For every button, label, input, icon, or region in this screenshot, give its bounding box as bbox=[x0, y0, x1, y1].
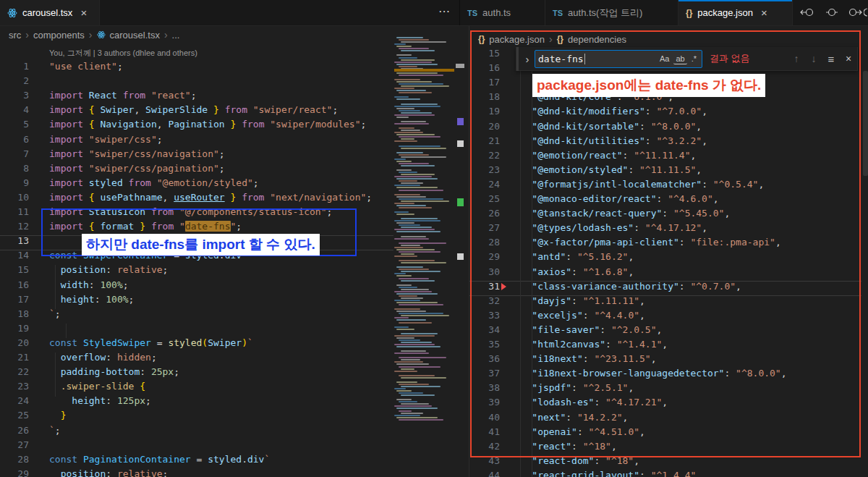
find-widget-sash[interactable] bbox=[516, 47, 519, 71]
minimap-line bbox=[399, 190, 443, 191]
overview-ruler bbox=[454, 26, 467, 477]
minimap-line bbox=[394, 361, 423, 363]
find-input[interactable]: date-fns Aa ab .* bbox=[535, 50, 702, 68]
code-line[interactable]: 28"@x-factor/pma-api-client": "file:.pma… bbox=[469, 237, 868, 251]
code-line[interactable]: 42"react": "^18", bbox=[469, 441, 868, 455]
code-line[interactable]: 43"react-dom": "^18", bbox=[469, 455, 868, 470]
line-number: 15 bbox=[469, 48, 500, 59]
code-line[interactable]: 35"html2canvas": "^1.4.1", bbox=[469, 339, 868, 353]
line-number: 23 bbox=[469, 164, 500, 175]
current-change-icon[interactable] bbox=[825, 7, 839, 18]
find-toggle-replace-icon[interactable]: › bbox=[522, 53, 533, 65]
code-line[interactable]: 22"@emotion/react": "^11.11.4", bbox=[469, 150, 868, 164]
line-number: 20 bbox=[0, 337, 29, 348]
minimap-line bbox=[399, 392, 423, 394]
code-line[interactable]: 21"@dnd-kit/utilities": "^3.2.2", bbox=[469, 135, 868, 150]
code-line[interactable]: 41"openai": "^4.51.0", bbox=[469, 426, 868, 441]
code-line[interactable]: 34"file-saver": "^2.0.5", bbox=[469, 324, 868, 339]
code-text: const StyledSwiper = styled(Swiper)` bbox=[49, 337, 253, 348]
code-line[interactable]: 44"react-grid-layout": "^1.4.4", bbox=[469, 470, 868, 477]
code-line[interactable]: 19"@dnd-kit/modifiers": "^7.0.0", bbox=[469, 106, 868, 120]
code-line[interactable]: 25"@monaco-editor/react": "^4.6.0", bbox=[469, 193, 868, 208]
minimap-line bbox=[396, 46, 412, 47]
minimap-line bbox=[399, 251, 441, 253]
code-line[interactable]: 37"i18next-browser-languagedetector": "^… bbox=[469, 368, 868, 382]
code-line[interactable]: 40"next": "14.2.2", bbox=[469, 412, 868, 426]
minimap-line bbox=[399, 172, 417, 173]
tab-auth-ts-working-tree[interactable]: TS auth.ts(작업 트리) bbox=[545, 0, 678, 25]
tab-package-json[interactable]: {} package.json × bbox=[678, 0, 793, 25]
minimap-line bbox=[399, 313, 443, 314]
minimap-line bbox=[394, 211, 409, 213]
whole-word-icon[interactable]: ab bbox=[673, 54, 686, 64]
line-number: 14 bbox=[0, 250, 29, 261]
close-icon[interactable]: × bbox=[80, 7, 87, 19]
minimap-line bbox=[394, 229, 435, 230]
code-line[interactable]: 38"jspdf": "^2.5.1", bbox=[469, 382, 868, 397]
line-number: 25 bbox=[469, 193, 500, 204]
minimap-line bbox=[396, 363, 429, 365]
code-line[interactable]: 29"antd": "^5.16.2", bbox=[469, 251, 868, 266]
code-line[interactable]: 30"axios": "^1.6.8", bbox=[469, 266, 868, 281]
scrollbar[interactable] bbox=[863, 71, 868, 176]
minimap-line bbox=[401, 262, 446, 263]
minimap-line bbox=[396, 329, 414, 330]
editor-actions-more-icon[interactable]: ⋯ bbox=[438, 4, 451, 18]
minimap-line bbox=[396, 37, 423, 38]
code-line[interactable]: 36"i18next": "^23.11.5", bbox=[469, 353, 868, 368]
tab-auth-ts[interactable]: TS auth.ts bbox=[460, 0, 545, 25]
minimap-line bbox=[401, 50, 435, 51]
minimap-line bbox=[394, 140, 417, 142]
line-number: 3 bbox=[0, 90, 29, 101]
minimap[interactable] bbox=[394, 32, 454, 473]
find-in-selection-icon[interactable]: ≡ bbox=[822, 53, 840, 65]
code-line[interactable]: 33"exceljs": "^4.4.0", bbox=[469, 310, 868, 324]
code-text: "use client"; bbox=[49, 61, 123, 72]
code-text: overflow: hidden; bbox=[61, 352, 157, 363]
code-text: `; bbox=[49, 308, 61, 319]
minimap-line bbox=[394, 132, 423, 133]
find-next-icon[interactable]: ↓ bbox=[805, 53, 822, 64]
code-text: width: 100%; bbox=[61, 279, 129, 290]
tab-carousel-tsx[interactable]: carousel.tsx × bbox=[0, 0, 100, 25]
line-number: 35 bbox=[469, 339, 500, 350]
code-text: .swiper-slide { bbox=[61, 381, 145, 392]
minimap-line bbox=[401, 112, 432, 114]
prev-change-icon[interactable] bbox=[800, 7, 814, 18]
match-case-icon[interactable]: Aa bbox=[658, 54, 671, 64]
line-number: 25 bbox=[0, 410, 29, 421]
regex-icon[interactable]: .* bbox=[689, 54, 699, 64]
minimap-line bbox=[401, 280, 435, 282]
minimap-line bbox=[399, 180, 417, 182]
next-change-icon[interactable] bbox=[848, 7, 862, 18]
code-line[interactable]: 26"@tanstack/react-query": "^5.45.0", bbox=[469, 208, 868, 222]
minimap-line bbox=[396, 302, 438, 303]
minimap-line bbox=[394, 185, 420, 186]
line-number: 11 bbox=[0, 206, 29, 217]
line-number: 42 bbox=[469, 441, 500, 452]
code-text: import "swiper/css"; bbox=[49, 134, 163, 145]
code-line[interactable]: 24"@formatjs/intl-localematcher": "^0.5.… bbox=[469, 179, 868, 193]
code-line[interactable]: 23"@emotion/styled": "^11.11.5", bbox=[469, 164, 868, 179]
line-number: 39 bbox=[469, 397, 500, 408]
minimap-line bbox=[399, 66, 417, 67]
code-line[interactable]: 27"@types/lodash-es": "^4.17.12", bbox=[469, 222, 868, 237]
code-text: "class-variance-authority": "^0.7.0", bbox=[532, 281, 741, 292]
code-line[interactable]: 39"lodash-es": "^4.17.21", bbox=[469, 397, 868, 411]
close-icon[interactable]: × bbox=[761, 7, 767, 19]
minimap-find-match-highlight bbox=[394, 69, 454, 72]
code-text: padding-bottom: 25px; bbox=[61, 366, 179, 377]
code-line[interactable]: 32"dayjs": "^1.11.11", bbox=[469, 295, 868, 310]
find-previous-icon[interactable]: ↑ bbox=[788, 53, 805, 64]
line-number: 44 bbox=[469, 470, 500, 477]
clipped-icon[interactable] bbox=[864, 7, 868, 18]
find-close-icon[interactable]: × bbox=[840, 53, 857, 64]
code-text: import { Navigation, Pagination } from "… bbox=[49, 119, 366, 130]
minimap-line bbox=[399, 366, 441, 368]
line-number: 43 bbox=[469, 455, 500, 466]
code-line[interactable]: 31"class-variance-authority": "^0.7.0", bbox=[469, 281, 868, 295]
minimap-line bbox=[394, 344, 435, 345]
minimap-line bbox=[394, 371, 417, 372]
line-number: 24 bbox=[469, 179, 500, 190]
code-line[interactable]: 20"@dnd-kit/sortable": "^8.0.0", bbox=[469, 121, 868, 135]
